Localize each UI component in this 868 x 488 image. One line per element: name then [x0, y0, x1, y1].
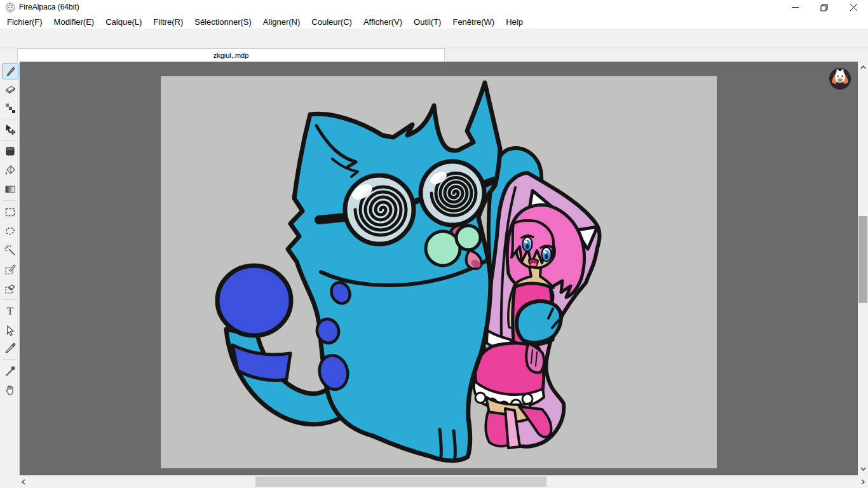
vertical-scrollbar[interactable] — [858, 62, 868, 475]
minimize-button[interactable] — [780, 0, 810, 15]
app-icon — [5, 3, 15, 13]
move-icon — [4, 123, 17, 136]
tool-select[interactable] — [2, 204, 18, 220]
select-pen-icon — [4, 263, 17, 276]
tool-select-pen[interactable] — [2, 261, 18, 278]
fill-rect-icon — [4, 145, 17, 158]
lasso-icon — [4, 225, 17, 238]
tool-separator — [3, 359, 17, 360]
menu-modifier[interactable]: Modifier(E) — [48, 15, 100, 29]
chevron-up-icon — [860, 65, 866, 69]
dot-icon — [4, 102, 17, 114]
tool-move[interactable] — [2, 121, 18, 138]
restore-icon — [820, 4, 828, 11]
tool-text[interactable]: T — [2, 303, 18, 320]
scroll-down-arrow[interactable] — [858, 464, 868, 473]
scroll-up-arrow[interactable] — [858, 63, 868, 72]
tool-select-eraser[interactable] — [2, 280, 18, 297]
drawing-canvas[interactable] — [161, 76, 717, 468]
window-title: FireAlpaca (64bit) — [19, 3, 79, 11]
main-area: T — [0, 62, 868, 475]
tool-separator — [3, 200, 17, 201]
eraser-icon — [4, 83, 17, 95]
close-button[interactable] — [839, 0, 868, 15]
menu-bar: Fichier(F) Modifier(E) Calque(L) Filtre(… — [0, 15, 868, 29]
tool-separator — [3, 119, 17, 119]
toolbar: off — [0, 29, 868, 48]
tool-eraser[interactable] — [2, 81, 18, 97]
vertical-scroll-thumb[interactable] — [858, 216, 867, 303]
menu-couleur[interactable]: Couleur(C) — [306, 15, 358, 29]
horizontal-scrollbar[interactable] — [0, 475, 868, 488]
tool-divide[interactable] — [2, 340, 18, 356]
tool-eyedropper[interactable] — [2, 363, 18, 379]
tool-fill[interactable] — [2, 143, 18, 159]
menu-filtre[interactable]: Filtre(R) — [147, 15, 189, 29]
divide-icon — [4, 342, 17, 355]
tool-separator — [3, 140, 17, 141]
glasses-band-left — [319, 217, 345, 220]
tool-panel: T — [0, 62, 20, 475]
close-icon — [850, 4, 857, 11]
horizontal-scroll-thumb[interactable] — [255, 477, 546, 487]
menu-calque[interactable]: Calque(L) — [100, 15, 147, 29]
menu-aligner[interactable]: Aligner(N) — [257, 15, 306, 29]
select-eraser-icon — [4, 282, 17, 295]
bucket-icon — [4, 164, 17, 177]
menu-afficher[interactable]: Afficher(V) — [358, 15, 408, 29]
restore-button[interactable] — [810, 0, 839, 15]
tool-lasso[interactable] — [2, 223, 18, 240]
tool-gradient[interactable] — [2, 181, 18, 198]
firealpaca-window: FireAlpaca (64bit) Fichier(F) Modifier(E… — [0, 0, 868, 488]
tool-pen[interactable] — [2, 63, 18, 79]
text-icon: T — [4, 305, 17, 318]
chevron-left-icon — [22, 479, 25, 485]
select-rect-icon — [4, 206, 17, 219]
pen-icon — [4, 65, 17, 78]
canvas-viewport[interactable] — [20, 62, 858, 475]
title-bar: FireAlpaca (64bit) — [0, 0, 868, 15]
tool-hand[interactable] — [2, 382, 18, 398]
chevron-down-icon — [860, 467, 866, 471]
document-tab-title: zkgiul,.mdp — [214, 51, 249, 59]
tool-operation[interactable] — [2, 322, 18, 339]
minimize-icon — [792, 4, 799, 11]
document-tab[interactable]: zkgiul,.mdp — [17, 48, 445, 62]
tail-ball — [217, 266, 291, 336]
frill-scallop — [475, 393, 485, 403]
menu-help[interactable]: Help — [500, 15, 529, 29]
eyedropper-icon — [4, 365, 17, 377]
tab-bar: zkgiul,.mdp — [0, 48, 868, 62]
hand-icon — [4, 384, 17, 396]
scroll-left-arrow[interactable] — [19, 475, 28, 488]
tool-separator — [3, 299, 17, 300]
gradient-icon — [4, 183, 17, 196]
tool-magic-wand[interactable] — [2, 242, 18, 259]
chevron-right-icon — [861, 479, 865, 485]
menu-fichier[interactable]: Fichier(F) — [1, 15, 48, 29]
cat-paw — [517, 301, 561, 342]
menu-selectionner[interactable]: Sélectionner(S) — [189, 15, 257, 29]
magic-wand-icon — [4, 244, 17, 257]
operation-arrow-icon — [4, 324, 17, 337]
menu-outil[interactable]: Outil(T) — [408, 15, 447, 29]
muzzle-cheek-right — [456, 226, 480, 250]
firealpaca-mascot-icon — [828, 67, 852, 91]
tool-bucket[interactable] — [2, 162, 18, 179]
scroll-right-arrow[interactable] — [858, 475, 868, 488]
tool-dot[interactable] — [2, 100, 18, 116]
menu-fenetre[interactable]: Fenêtre(W) — [447, 15, 500, 29]
svg-text:T: T — [7, 306, 13, 316]
